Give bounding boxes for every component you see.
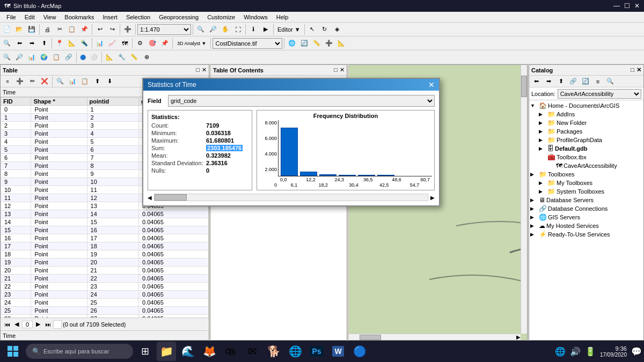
zoom-in-btn[interactable]: 🔍 <box>195 24 207 35</box>
menu-file[interactable]: File <box>2 12 20 22</box>
undo-btn[interactable]: ↩ <box>94 24 106 35</box>
table-row[interactable]: 18Point190.04065 <box>1 250 209 258</box>
taskbar-word[interactable]: W <box>328 342 348 361</box>
pan-btn[interactable]: ✋ <box>219 24 231 35</box>
vertex-tool[interactable]: ◈ <box>331 24 343 35</box>
profiledata-expand-icon[interactable]: ▶ <box>539 137 546 143</box>
gisservers-expand-icon[interactable]: ▶ <box>530 215 538 220</box>
field-select[interactable]: grid_code <box>168 95 435 107</box>
table-row[interactable]: 15Point160.04065 <box>1 226 209 234</box>
menu-help[interactable]: Help <box>272 12 293 22</box>
table-row[interactable]: 21Point220.04065 <box>1 275 209 283</box>
table-row[interactable]: 25Point260.04065 <box>1 307 209 315</box>
catalog-up-btn[interactable]: ⬆ <box>555 76 567 87</box>
minimize-button[interactable]: — <box>613 2 620 10</box>
taskbar-gimp[interactable]: 🐕 <box>264 342 283 361</box>
nav-last-btn[interactable]: ⏭ <box>43 321 52 328</box>
tb3-btn9[interactable]: 📐 <box>104 51 115 63</box>
rotate-tool[interactable]: ↻ <box>319 24 331 35</box>
select-btn[interactable]: ▶ <box>260 24 272 35</box>
nav-next-btn[interactable]: ▶ <box>34 321 42 328</box>
table-tb-btn9[interactable]: ⬇ <box>104 76 115 87</box>
tb2-btn5[interactable]: 📍 <box>54 38 65 49</box>
volume-icon[interactable]: 🔊 <box>570 346 581 357</box>
tb2-btn10[interactable]: 🗺 <box>119 38 130 49</box>
menu-edit[interactable]: Edit <box>20 12 39 22</box>
menu-view[interactable]: View <box>39 12 61 22</box>
tree-item-newfolder[interactable]: ▶ 📁 New Folder <box>539 119 642 127</box>
table-tb-btn2[interactable]: ➕ <box>14 76 26 87</box>
toc-close-btn[interactable]: ✕ <box>340 67 345 73</box>
menu-customize[interactable]: Customize <box>203 12 239 22</box>
tree-item-gisservers[interactable]: ▶ 🌐 GIS Servers <box>530 213 642 221</box>
tree-item-home[interactable]: ▼ 🏠 Home - Documents\ArcGIS <box>530 101 642 110</box>
vscroll-thumb[interactable] <box>521 76 527 97</box>
tb2-btn7[interactable]: 🔦 <box>78 38 90 49</box>
table-row[interactable]: 17Point180.04065 <box>1 242 209 250</box>
scroll-right-icon[interactable]: ▶ <box>516 334 521 340</box>
packages-expand-icon[interactable]: ▶ <box>539 129 546 134</box>
home-expand-icon[interactable]: ▼ <box>530 103 538 108</box>
tree-item-addins[interactable]: ▶ 📁 AddIns <box>539 110 642 119</box>
toc-dock-btn[interactable]: □ <box>334 67 338 73</box>
menu-selection[interactable]: Selection <box>122 12 155 22</box>
tb2-btn1[interactable]: 🔍 <box>1 38 13 49</box>
systb-expand-icon[interactable]: ▶ <box>539 189 546 194</box>
tb2-btn3[interactable]: ➡ <box>26 38 38 49</box>
tree-item-hostedservices[interactable]: ▶ ☁ My Hosted Services <box>530 221 642 230</box>
map-vscrollbar[interactable] <box>521 65 527 334</box>
dbconn-expand-icon[interactable]: ▶ <box>530 206 538 211</box>
start-button[interactable] <box>2 342 24 361</box>
table-close-btn[interactable]: ✕ <box>202 67 207 73</box>
toolbox-expand-icon[interactable]: ▶ <box>539 154 546 160</box>
task-view-btn[interactable]: ⊞ <box>135 342 155 361</box>
taskbar-mail[interactable]: ✉ <box>243 342 262 361</box>
taskbar-explorer[interactable]: 📁 <box>157 342 176 361</box>
tb2-btn8[interactable]: 📊 <box>94 38 106 49</box>
redo-btn[interactable]: ↪ <box>106 24 118 35</box>
tree-item-toolbox[interactable]: ▶ 🧰 Toolbox.tbx <box>539 153 642 161</box>
tb2-btn18[interactable]: 📐 <box>335 38 347 49</box>
addins-expand-icon[interactable]: ▶ <box>539 112 546 117</box>
table-row[interactable]: 26Point270.04065 <box>1 315 209 318</box>
zoom-out-btn[interactable]: 🔎 <box>207 24 219 35</box>
stats-close-btn[interactable]: ✕ <box>428 80 435 89</box>
table-tb-btn3[interactable]: ✏ <box>26 76 38 87</box>
tb3-btn7[interactable]: 🔵 <box>78 51 87 63</box>
table-row[interactable]: 20Point210.04065 <box>1 267 209 275</box>
tree-item-systemtoolboxes[interactable]: ▶ 📁 System Toolboxes <box>539 187 642 196</box>
stats-scrollbar[interactable] <box>154 194 428 201</box>
menu-bookmarks[interactable]: Bookmarks <box>60 12 98 22</box>
menu-windows[interactable]: Windows <box>239 12 272 22</box>
taskbar-store[interactable]: 🛍 <box>221 342 240 361</box>
tree-item-dbconn[interactable]: ▶ 🔗 Database Connections <box>530 204 642 213</box>
tree-item-packages[interactable]: ▶ 📁 Packages <box>539 127 642 136</box>
table-row[interactable]: 13Point140.04065 <box>1 210 209 218</box>
identify-btn[interactable]: ℹ <box>247 24 259 35</box>
toolboxes-expand-icon[interactable]: ▶ <box>530 172 538 177</box>
tree-item-caveartacc[interactable]: ▶ 🗺 CaveArtAccessibility <box>547 161 642 170</box>
table-tb-btn6[interactable]: 📊 <box>67 76 78 87</box>
tree-item-defaultgdb[interactable]: ▶ 🗄 Default.gdb <box>539 144 642 153</box>
catalog-back-btn[interactable]: ⬅ <box>530 76 542 87</box>
newfolder-expand-icon[interactable]: ▶ <box>539 120 546 125</box>
new-btn[interactable]: 📄 <box>1 24 13 35</box>
tb2-btn17[interactable]: ➕ <box>323 38 335 49</box>
tb3-btn4[interactable]: 🌍 <box>38 51 50 63</box>
hostedservices-expand-icon[interactable]: ▶ <box>530 223 538 228</box>
taskbar-ps[interactable]: Ps <box>307 342 326 361</box>
network-icon[interactable]: 🌐 <box>555 346 566 357</box>
paste-btn[interactable]: 📌 <box>78 24 90 35</box>
cut-btn[interactable]: ✂ <box>54 24 65 35</box>
battery-icon[interactable]: 🔋 <box>585 346 596 357</box>
tb3-btn11[interactable]: 📏 <box>128 51 140 63</box>
open-btn[interactable]: 📂 <box>13 24 25 35</box>
table-tb-btn8[interactable]: ⬆ <box>91 76 103 87</box>
tb3-btn5[interactable]: 📋 <box>50 51 62 63</box>
tree-item-toolboxes[interactable]: ▶ 📁 Toolboxes <box>530 170 642 179</box>
tree-item-readyservices[interactable]: ▶ ⚡ Ready-To-Use Services <box>530 230 642 239</box>
scroll-left-btn[interactable]: ◀ <box>148 195 152 201</box>
stats-scroll-thumb[interactable] <box>155 194 187 201</box>
dbservers-expand-icon[interactable]: ▶ <box>530 197 538 203</box>
tree-item-dbservers[interactable]: ▶ 🖥 Database Servers <box>530 196 642 204</box>
